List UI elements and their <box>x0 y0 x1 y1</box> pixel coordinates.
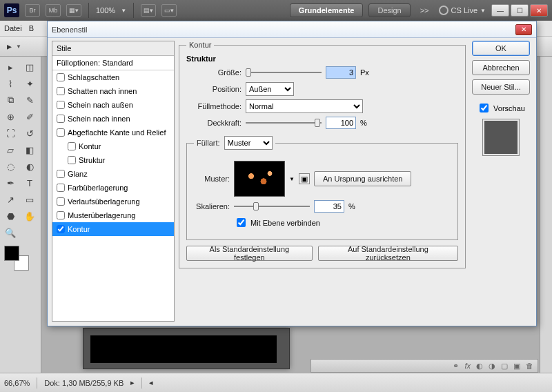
doc-info-menu[interactable]: ▸ <box>130 378 135 387</box>
tool-zoom[interactable]: 🔍 <box>1 225 19 240</box>
style-item-10[interactable]: Musterüberlagerung <box>52 208 174 222</box>
pattern-label: Muster: <box>194 175 230 183</box>
scale-input[interactable] <box>314 200 344 213</box>
tool-hand[interactable]: ✋ <box>21 208 39 224</box>
layer-style-dialog: Ebenenstil ✕ Stile Fülloptionen: Standar… <box>47 21 537 326</box>
tool-history[interactable]: ↺ <box>21 126 39 141</box>
pattern-preview[interactable] <box>234 161 285 197</box>
workspace-tab-design[interactable]: Design <box>368 3 410 17</box>
style-item-6[interactable]: Struktur <box>52 153 174 167</box>
size-input[interactable] <box>326 66 356 79</box>
right-panel-dock <box>540 57 552 373</box>
tool-pen[interactable]: ✒ <box>1 175 19 190</box>
tool-blur[interactable]: ◌ <box>1 159 19 174</box>
style-item-label: Schein nach außen <box>68 101 133 109</box>
styles-header[interactable]: Stile <box>52 41 174 56</box>
styles-list: Stile Fülloptionen: Standard Schlagschat… <box>52 41 175 322</box>
fillmethod-select[interactable]: Normal <box>246 99 363 113</box>
snap-origin-button[interactable]: An Ursprung ausrichten <box>314 171 412 186</box>
style-item-8[interactable]: Farbüberlagerung <box>52 181 174 195</box>
style-item-7[interactable]: Glanz <box>52 167 174 181</box>
window-maximize[interactable]: ☐ <box>511 4 529 17</box>
style-item-2[interactable]: Schein nach außen <box>52 98 174 112</box>
new-layer-icon[interactable]: ▣ <box>513 362 520 371</box>
folder-icon[interactable]: ▢ <box>501 362 508 371</box>
cancel-button[interactable]: Abbrechen <box>472 60 530 75</box>
filltype-select[interactable]: Muster <box>224 136 273 150</box>
fx-icon[interactable]: fx <box>464 362 471 370</box>
preview-checkbox[interactable]: Vorschau <box>477 101 525 115</box>
status-bar: 66,67% Dok: 1,30 MB/255,9 KB ▸ ◂ <box>0 373 552 392</box>
tool-crop[interactable]: ⧉ <box>1 92 19 108</box>
reset-default-button[interactable]: Auf Standardeinstellung zurücksetzen <box>318 246 458 261</box>
workspace-more[interactable]: >> <box>416 6 433 14</box>
workspace-tab-essentials[interactable]: Grundelemente <box>290 3 364 17</box>
style-item-4[interactable]: Abgeflachte Kante und Relief <box>52 126 174 139</box>
style-item-label: Farbüberlagerung <box>68 184 128 192</box>
tool-shape[interactable]: ▭ <box>21 192 39 207</box>
filltype-group: Füllart: Muster Muster: ▼ ▣ An Ursprung … <box>186 136 458 240</box>
window-close[interactable]: ✕ <box>530 4 548 17</box>
cs-live[interactable]: CS Live▼ <box>439 6 486 15</box>
document-canvas <box>83 328 290 369</box>
position-label: Position: <box>186 85 241 93</box>
kontur-legend: Kontur <box>186 41 214 49</box>
mask-icon[interactable]: ◐ <box>476 362 483 371</box>
tool-type[interactable]: T <box>21 175 39 190</box>
pattern-dropdown-icon[interactable]: ▼ <box>289 176 295 182</box>
dialog-titlebar[interactable]: Ebenenstil ✕ <box>48 21 536 38</box>
app-logo: Ps <box>4 3 19 17</box>
dialog-close-button[interactable]: ✕ <box>515 24 532 35</box>
trash-icon[interactable]: 🗑 <box>526 362 533 370</box>
tool-3d[interactable]: ⬣ <box>1 208 19 224</box>
blending-options-row[interactable]: Fülloptionen: Standard <box>52 56 174 70</box>
screen-icon[interactable]: ▭▾ <box>161 4 177 17</box>
new-style-button[interactable]: Neuer Stil... <box>472 79 530 95</box>
zoom-level[interactable]: 100% <box>96 6 115 14</box>
opacity-label: Deckkraft: <box>186 119 241 127</box>
style-item-label: Schatten nach innen <box>68 87 137 95</box>
toolbar-mb[interactable]: Mb <box>46 4 61 17</box>
menu-edit[interactable]: B <box>29 24 34 32</box>
style-item-3[interactable]: Schein nach innen <box>52 112 174 126</box>
new-preset-icon[interactable]: ▣ <box>299 173 310 184</box>
scale-slider[interactable] <box>234 206 310 207</box>
window-minimize[interactable]: — <box>491 4 509 17</box>
screen-mode-icon[interactable]: ▦▾ <box>66 4 81 17</box>
style-item-5[interactable]: Kontur <box>52 139 174 153</box>
opacity-input[interactable] <box>326 117 356 129</box>
style-item-1[interactable]: Schatten nach innen <box>52 84 174 98</box>
opacity-slider[interactable] <box>246 122 322 124</box>
tool-brush[interactable]: ✐ <box>21 109 39 124</box>
scroll-left-icon[interactable]: ◂ <box>149 378 153 387</box>
tool-eyedropper[interactable]: ✎ <box>21 92 39 108</box>
tool-marquee[interactable]: ◫ <box>21 59 39 75</box>
tool-dodge[interactable]: ◐ <box>21 159 39 174</box>
menu-file[interactable]: Datei <box>4 24 22 32</box>
tool-move[interactable]: ▸ <box>1 59 19 75</box>
tool-stamp[interactable]: ⛶ <box>1 126 19 141</box>
position-select[interactable]: Außen <box>246 82 294 96</box>
tool-lasso[interactable]: ⌇ <box>1 76 19 91</box>
link-layer-checkbox[interactable]: Mit Ebene verbinden <box>234 216 320 229</box>
style-item-label: Kontur <box>79 142 101 150</box>
toolbar-br[interactable]: Br <box>25 4 40 17</box>
style-item-0[interactable]: Schlagschatten <box>52 70 174 84</box>
tool-gradient[interactable]: ◧ <box>21 142 39 157</box>
tool-heal[interactable]: ⊕ <box>1 109 19 124</box>
size-label: Größe: <box>186 68 241 77</box>
zoom-status[interactable]: 66,67% <box>4 379 30 387</box>
size-slider[interactable] <box>246 72 322 73</box>
style-item-11[interactable]: Kontur <box>52 222 174 236</box>
color-swatch[interactable] <box>4 246 29 271</box>
arrange-icon[interactable]: ▤▾ <box>141 4 156 17</box>
tool-path[interactable]: ↗ <box>1 192 19 207</box>
make-default-button[interactable]: Als Standardeinstellung festlegen <box>186 246 313 261</box>
link-icon[interactable]: ⚭ <box>453 362 459 371</box>
adjust-icon[interactable]: ◑ <box>489 362 495 371</box>
tool-wand[interactable]: ✦ <box>21 76 39 91</box>
preview-swatch <box>482 119 520 156</box>
style-item-9[interactable]: Verlaufsüberlagerung <box>52 195 174 208</box>
tool-eraser[interactable]: ▱ <box>1 142 19 157</box>
ok-button[interactable]: OK <box>472 41 530 56</box>
